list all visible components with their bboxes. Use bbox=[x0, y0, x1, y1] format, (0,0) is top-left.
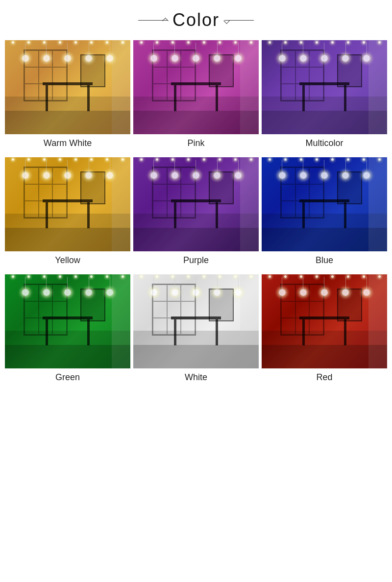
color-item-green: Green bbox=[5, 274, 130, 388]
title-decoration-right bbox=[224, 20, 254, 21]
room-scene-multicolor bbox=[262, 40, 387, 134]
color-grid: Warm WhitePinkMulticolorYellowPurpleBlue… bbox=[5, 40, 387, 388]
room-scene-yellow bbox=[5, 157, 130, 251]
color-image-white bbox=[133, 274, 259, 368]
color-item-blue: Blue bbox=[262, 157, 387, 271]
color-label-yellow: Yellow bbox=[55, 255, 80, 266]
color-image-purple bbox=[133, 157, 259, 251]
color-image-warm-white bbox=[5, 40, 130, 134]
color-image-blue bbox=[262, 157, 387, 251]
color-image-multicolor bbox=[262, 40, 387, 134]
color-label-green: Green bbox=[55, 372, 80, 383]
color-image-yellow bbox=[5, 157, 130, 251]
color-label-multicolor: Multicolor bbox=[305, 138, 343, 148]
color-item-multicolor: Multicolor bbox=[262, 40, 387, 154]
title-decoration-left bbox=[138, 20, 168, 21]
color-label-purple: Purple bbox=[183, 255, 209, 266]
color-image-red bbox=[262, 274, 387, 368]
room-scene-red bbox=[262, 274, 387, 368]
color-item-pink: Pink bbox=[133, 40, 259, 154]
color-item-yellow: Yellow bbox=[5, 157, 130, 271]
color-label-pink: Pink bbox=[187, 138, 204, 148]
title-section: Color bbox=[5, 10, 387, 30]
page-title: Color bbox=[172, 10, 220, 30]
room-scene-blue bbox=[262, 157, 387, 251]
room-scene-white bbox=[133, 274, 259, 368]
color-image-green bbox=[5, 274, 130, 368]
room-scene-pink bbox=[133, 40, 259, 134]
color-image-pink bbox=[133, 40, 259, 134]
color-label-red: Red bbox=[316, 372, 332, 383]
room-scene-purple bbox=[133, 157, 259, 251]
page-container: Color Warm WhitePinkMulticolorYellowPurp… bbox=[0, 0, 392, 398]
room-scene-green bbox=[5, 274, 130, 368]
color-item-warm-white: Warm White bbox=[5, 40, 130, 154]
color-item-red: Red bbox=[262, 274, 387, 388]
color-item-white: White bbox=[133, 274, 259, 388]
room-scene-warm-white bbox=[5, 40, 130, 134]
color-label-white: White bbox=[185, 372, 207, 383]
color-item-purple: Purple bbox=[133, 157, 259, 271]
color-label-blue: Blue bbox=[316, 255, 333, 266]
color-label-warm-white: Warm White bbox=[44, 138, 92, 148]
